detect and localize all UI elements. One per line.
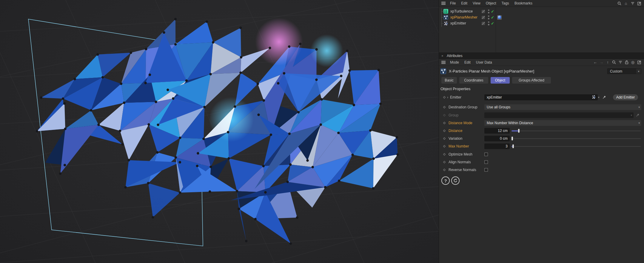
object-header: X-Particles Planar Mesh Object [xpPlanar… <box>439 68 644 75</box>
search-icon[interactable] <box>612 60 616 64</box>
row-optimize-mesh: Optimize Mesh <box>439 151 644 158</box>
layer-toggle-icon[interactable] <box>482 10 485 13</box>
home-icon[interactable]: ⌂ <box>624 1 628 6</box>
material-tag-icon[interactable] <box>497 15 502 20</box>
diamond-bullet-icon <box>443 114 446 116</box>
visibility-dots-icon[interactable] <box>488 21 489 25</box>
viewport-3d[interactable] <box>0 0 439 263</box>
filter-icon[interactable] <box>618 60 623 64</box>
turbulence-icon <box>443 9 448 14</box>
object-manager-menubar: File Edit View Object Tags Bookmarks ⌂ <box>439 0 644 7</box>
close-icon[interactable]: × <box>441 54 445 58</box>
distance-mode-dropdown[interactable]: Max Number Within Distance ▾ <box>484 120 641 126</box>
expander-icon[interactable]: › <box>447 95 448 99</box>
menu-object[interactable]: Object <box>483 1 499 5</box>
popout-icon[interactable] <box>637 1 641 6</box>
field-label: Align Normals <box>449 160 471 164</box>
back-arrow-icon[interactable]: ← <box>593 60 597 64</box>
visibility-dots-icon[interactable] <box>488 16 489 19</box>
object-row-xpturbulence[interactable]: xpTurbulence ✓ <box>439 8 644 14</box>
chevron-down-icon[interactable]: ▾ <box>598 96 600 99</box>
object-name-selected[interactable]: xpPlanarMesher <box>450 15 477 19</box>
menu-mode[interactable]: Mode <box>447 60 462 64</box>
up-arrow-icon[interactable]: ↑ <box>606 60 610 64</box>
diamond-bullet-icon <box>443 106 446 108</box>
layer-toggle-icon[interactable] <box>482 22 485 25</box>
add-emitter-button[interactable]: Add Emitter <box>613 94 638 101</box>
emitter-icon <box>443 21 448 26</box>
emitter-picker-icon[interactable] <box>591 95 596 100</box>
field-label: Emitter <box>450 95 461 99</box>
emitter-link-field[interactable]: xpEmitter <box>484 94 598 100</box>
max-number-slider[interactable] <box>511 144 641 148</box>
planar-mesher-icon <box>443 15 448 20</box>
object-name[interactable]: xpTurbulence <box>450 9 473 13</box>
object-manager-list: xpTurbulence ✓ xpPlanarMesher ✓ <box>439 7 644 53</box>
tab-groups-affected[interactable]: Groups Affected <box>512 77 551 84</box>
layer-toggle-icon[interactable] <box>482 16 485 19</box>
field-label: Variation <box>449 136 462 141</box>
forward-arrow-icon[interactable]: → <box>599 60 604 64</box>
diamond-bullet-icon <box>443 122 446 124</box>
field-label: Optimize Mesh <box>449 152 472 156</box>
menu-user-data[interactable]: User Data <box>473 60 495 64</box>
enabled-check-icon[interactable]: ✓ <box>491 21 494 26</box>
hamburger-icon[interactable] <box>441 60 446 64</box>
distance-input[interactable]: 12 cm <box>484 128 510 134</box>
popout-icon[interactable] <box>637 60 641 64</box>
variation-slider[interactable] <box>511 137 641 141</box>
menu-edit[interactable]: Edit <box>462 60 473 64</box>
filter-icon[interactable] <box>630 1 635 6</box>
tab-coordinates[interactable]: Coordinates <box>459 77 488 84</box>
diamond-bullet-icon <box>443 161 446 163</box>
attributes-title-bar: × Attributes <box>439 53 644 59</box>
distance-slider[interactable] <box>511 129 641 133</box>
object-row-xpemitter[interactable]: xpEmitter ✓ <box>439 20 644 26</box>
slider-handle[interactable] <box>512 144 514 148</box>
search-icon[interactable] <box>617 1 622 6</box>
menu-file[interactable]: File <box>447 1 458 5</box>
help-icon[interactable]: ? <box>441 176 450 185</box>
visibility-dots-icon[interactable] <box>488 10 489 13</box>
field-label: Reverse Normals <box>449 168 476 172</box>
group-dropdown: ▾ <box>484 113 634 118</box>
planar-mesher-icon <box>440 68 446 74</box>
lock-icon[interactable] <box>624 60 629 64</box>
chevron-down-icon: ▾ <box>636 69 641 74</box>
menu-tags[interactable]: Tags <box>499 1 512 5</box>
row-max-number: Max Number 3 <box>439 143 644 150</box>
max-number-input[interactable]: 3 <box>484 144 510 149</box>
optimize-mesh-checkbox[interactable] <box>484 153 488 156</box>
eyedropper-icon[interactable] <box>603 95 607 100</box>
variation-input[interactable]: 0 cm <box>484 136 510 142</box>
align-normals-checkbox[interactable] <box>484 160 488 164</box>
menu-view[interactable]: View <box>470 1 483 5</box>
field-label: Group <box>449 113 458 117</box>
tab-basic[interactable]: Basic <box>441 77 457 84</box>
row-variation: Variation 0 cm <box>439 135 644 142</box>
section-title: Object Properties <box>440 87 470 91</box>
object-name[interactable]: xpEmitter <box>450 21 466 25</box>
reverse-normals-checkbox[interactable] <box>484 168 488 172</box>
field-label: Distance Mode <box>449 121 472 125</box>
row-align-normals: Align Normals <box>439 159 644 165</box>
eyedropper-icon <box>636 113 640 118</box>
diamond-bullet-icon <box>443 137 446 140</box>
application-window: File Edit View Object Tags Bookmarks ⌂ <box>0 0 644 263</box>
chevron-down-icon: ▾ <box>638 120 640 126</box>
hamburger-icon[interactable] <box>441 1 446 5</box>
target-icon[interactable]: ◎ <box>631 60 635 64</box>
enabled-check-icon[interactable]: ✓ <box>491 15 494 20</box>
slider-handle[interactable] <box>511 137 513 141</box>
chevron-down-icon: ▾ <box>638 104 640 110</box>
slider-handle[interactable] <box>518 129 520 133</box>
reset-icon[interactable] <box>451 176 460 185</box>
menu-bookmarks[interactable]: Bookmarks <box>512 1 535 5</box>
object-row-xpplanarmesher[interactable]: xpPlanarMesher ✓ <box>439 14 644 20</box>
enabled-check-icon[interactable]: ✓ <box>491 9 494 14</box>
tab-object[interactable]: Object <box>491 77 510 84</box>
preset-dropdown[interactable]: Custom ▾ <box>607 68 641 74</box>
row-destination-group: Destination Group Use all Groups ▾ <box>439 104 644 110</box>
destination-group-dropdown[interactable]: Use all Groups ▾ <box>484 104 641 110</box>
menu-edit[interactable]: Edit <box>458 1 470 5</box>
